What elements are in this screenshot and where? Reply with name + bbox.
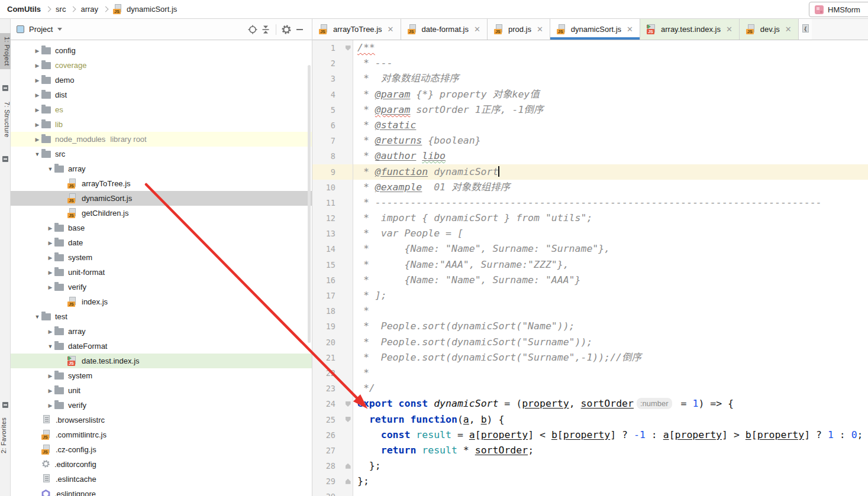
run-configuration-button[interactable]: HMSform — [809, 2, 868, 17]
editor-tab-partial[interactable]: { — [799, 19, 812, 40]
tree-item-config[interactable]: ▶config — [11, 43, 312, 58]
code-line-7[interactable]: 7 * @returns {boolean} — [312, 133, 868, 148]
close-tab-icon[interactable]: ✕ — [627, 25, 633, 34]
tree-item-dist[interactable]: ▶dist — [11, 87, 312, 102]
expand-arrow-icon[interactable]: ▶ — [46, 225, 54, 231]
code-line-19[interactable]: 19 * People.sort(dynamicSort("Name")); — [312, 319, 868, 334]
code-line-6[interactable]: 6 * @static — [312, 118, 868, 133]
tree-item-src[interactable]: ▼src — [11, 147, 312, 161]
tree-item-editorconfig[interactable]: .editorconfig — [11, 457, 312, 472]
expand-arrow-icon[interactable]: ▶ — [46, 255, 54, 261]
expand-arrow-icon[interactable]: ▶ — [33, 48, 41, 54]
editor-tab-date-format-js[interactable]: JSdate-format.js✕ — [401, 19, 488, 40]
tree-item-eslintcache[interactable]: .eslintcache — [11, 472, 312, 487]
code-line-13[interactable]: 13 * var People = [ — [312, 226, 868, 241]
editor-tab-arrayToTree-js[interactable]: JSarrayToTree.js✕ — [312, 19, 401, 40]
expand-arrow-icon[interactable]: ▶ — [46, 284, 54, 290]
fold-marker[interactable] — [343, 412, 353, 427]
code-line-24[interactable]: 24export const dynamicSort = (property, … — [312, 396, 868, 411]
tree-item-verify[interactable]: ▶verify — [11, 280, 312, 294]
tree-item-unit[interactable]: ▶unit — [11, 383, 312, 398]
tree-item-cz-config-js[interactable]: JS.cz-config.js — [11, 442, 312, 457]
stripe-item-project[interactable]: 1: Project — [0, 33, 11, 69]
close-tab-icon[interactable]: ✕ — [785, 25, 792, 34]
tree-item-eslintignore[interactable]: .eslintignore — [11, 487, 312, 496]
fold-marker[interactable] — [343, 474, 353, 489]
expand-arrow-icon[interactable]: ▶ — [46, 270, 54, 275]
tree-item-getChildren-js[interactable]: JSgetChildren.js — [11, 206, 312, 221]
code-line-11[interactable]: 11 * -----------------------------------… — [312, 195, 868, 210]
collapse-arrow-icon[interactable]: ▼ — [46, 166, 54, 172]
code-line-23[interactable]: 23 */ — [312, 381, 868, 396]
settings-gear-icon[interactable] — [280, 23, 293, 36]
code-line-14[interactable]: 14 * {Name: "Name", Surname: "Surname"}, — [312, 241, 868, 257]
code-line-22[interactable]: 22 * — [312, 365, 868, 381]
expand-arrow-icon[interactable]: ▶ — [33, 107, 41, 113]
code-line-26[interactable]: 26 const result = a[property] < b[proper… — [312, 427, 868, 443]
tree-item-test[interactable]: ▼test — [11, 309, 312, 324]
tree-item-dynamicSort-js[interactable]: JSdynamicSort.js — [11, 191, 312, 206]
fold-marker[interactable] — [343, 458, 353, 474]
tree-item-array[interactable]: ▶array — [11, 324, 312, 339]
breadcrumb-item[interactable]: src — [56, 5, 66, 14]
code-line-29[interactable]: 29}; — [312, 474, 868, 489]
tree-item-index-js[interactable]: JSindex.js — [11, 294, 312, 309]
code-line-17[interactable]: 17 * ]; — [312, 288, 868, 303]
tree-item-base[interactable]: ▶base — [11, 221, 312, 235]
collapse-arrow-icon[interactable]: ▼ — [46, 343, 54, 349]
code-editor[interactable]: 1/**2 * ---3 * 对象数组动态排序4 * @param {*} pr… — [312, 40, 868, 496]
close-tab-icon[interactable]: ✕ — [726, 25, 733, 34]
tree-item-array[interactable]: ▼array — [11, 161, 312, 176]
code-line-27[interactable]: 27 return result * sortOrder; — [312, 443, 868, 458]
chevron-down-icon[interactable] — [57, 28, 62, 31]
tree-item-date-test-index-js[interactable]: JSdate.test.index.js — [11, 354, 312, 368]
project-panel-title[interactable]: Project — [29, 25, 53, 34]
tree-item-date[interactable]: ▶date — [11, 235, 312, 250]
code-line-9[interactable]: 9 * @function dynamicSort — [312, 164, 868, 180]
tree-item-system[interactable]: ▶system — [11, 368, 312, 383]
tree-item-browserslistrc[interactable]: .browserslistrc — [11, 413, 312, 427]
tree-item-arrayToTree-js[interactable]: JSarrayToTree.js — [11, 176, 312, 191]
favorites-toolwindow-icon[interactable] — [2, 402, 8, 408]
collapse-arrow-icon[interactable]: ▼ — [33, 151, 41, 157]
fold-marker[interactable] — [343, 396, 353, 411]
code-line-2[interactable]: 2 * --- — [312, 56, 868, 71]
breadcrumb-item[interactable]: ComUtils — [7, 5, 41, 14]
editor-tab-dev-js[interactable]: JSdev.js✕ — [740, 19, 799, 40]
project-toolwindow-icon[interactable] — [2, 85, 8, 91]
expand-arrow-icon[interactable]: ▶ — [46, 403, 54, 409]
editor-tab-dynamicSort-js[interactable]: JSdynamicSort.js✕ — [550, 19, 640, 40]
collapse-all-icon[interactable] — [259, 23, 272, 36]
expand-arrow-icon[interactable]: ▶ — [46, 373, 54, 379]
structure-toolwindow-icon[interactable] — [2, 156, 8, 162]
code-line-25[interactable]: 25 return function(a, b) { — [312, 412, 868, 427]
tree-item-coverage[interactable]: ▶coverage — [11, 58, 312, 73]
code-line-4[interactable]: 4 * @param {*} property 对象key值 — [312, 87, 868, 102]
close-tab-icon[interactable]: ✕ — [474, 25, 480, 34]
tree-item-lib[interactable]: ▶lib — [11, 117, 312, 132]
breadcrumb-item[interactable]: array — [80, 5, 98, 14]
tree-item-es[interactable]: ▶es — [11, 102, 312, 117]
tree-item-dateFormat[interactable]: ▼dateFormat — [11, 339, 312, 354]
expand-arrow-icon[interactable]: ▶ — [33, 63, 41, 69]
expand-arrow-icon[interactable]: ▶ — [46, 240, 54, 246]
code-line-10[interactable]: 10 * @example 01 对象数组排序 — [312, 180, 868, 195]
expand-arrow-icon[interactable]: ▶ — [33, 92, 41, 98]
code-line-5[interactable]: 5 * @param sortOrder 1正序, -1倒序 — [312, 102, 868, 118]
tree-item-unit-format[interactable]: ▶unit-format — [11, 265, 312, 280]
tree-item-commitlintrc-js[interactable]: JS.commitlintrc.js — [11, 427, 312, 442]
locate-icon[interactable] — [246, 23, 259, 36]
expand-arrow-icon[interactable]: ▶ — [33, 137, 41, 142]
code-line-8[interactable]: 8 * @author libo — [312, 148, 868, 164]
code-line-15[interactable]: 15 * {Name:"AAA", Surname:"ZZZ"}, — [312, 257, 868, 273]
code-line-28[interactable]: 28 }; — [312, 458, 868, 474]
breadcrumb-file[interactable]: JSdynamicSort.js — [113, 4, 177, 14]
code-line-16[interactable]: 16 * {Name: "Name", Surname: "AAA"} — [312, 273, 868, 288]
close-tab-icon[interactable]: ✕ — [537, 25, 543, 34]
tree-scrollbar[interactable] — [308, 65, 311, 343]
code-line-18[interactable]: 18 * — [312, 303, 868, 319]
tree-item-verify[interactable]: ▶verify — [11, 398, 312, 413]
code-line-3[interactable]: 3 * 对象数组动态排序 — [312, 71, 868, 86]
expand-arrow-icon[interactable]: ▶ — [46, 329, 54, 335]
fold-marker[interactable] — [343, 40, 353, 56]
